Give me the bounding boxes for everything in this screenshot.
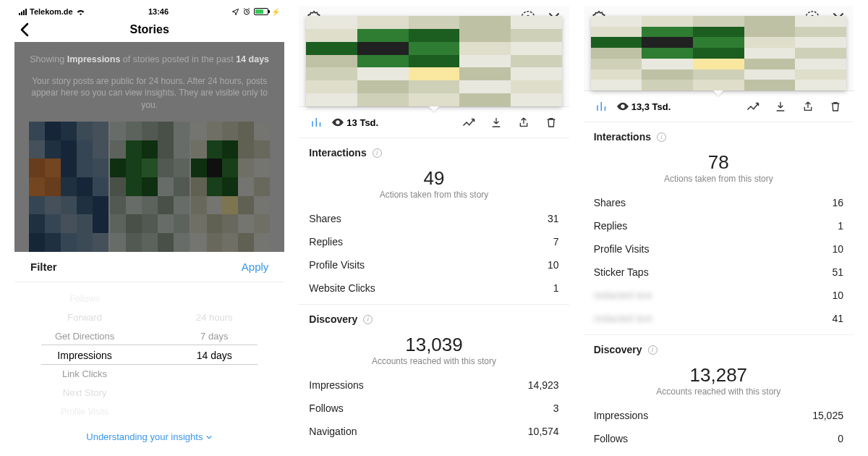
charging-icon: ⚡ xyxy=(271,8,280,16)
delete-button[interactable] xyxy=(827,98,843,114)
interactions-total: 49 xyxy=(299,167,569,190)
nav-header: Stories xyxy=(14,17,284,42)
interactions-rows: Shares31Replies7Profile Visits10Website … xyxy=(299,207,569,300)
story-preview[interactable] xyxy=(306,16,561,106)
bar-chart-icon xyxy=(310,116,323,129)
stat-label: Profile Visits xyxy=(309,259,365,271)
stat-row: Follows3 xyxy=(299,397,569,420)
stat-value: 10 xyxy=(832,243,843,255)
discovery-heading: Discovery i xyxy=(299,305,569,329)
filter-overlay: Showing Impressions of stories posted in… xyxy=(14,42,284,252)
stat-label: Profile Visits xyxy=(594,243,650,255)
interactions-rows: Shares16Replies1Profile Visits10Sticker … xyxy=(584,191,854,284)
view-count[interactable]: 13 Tsd. xyxy=(332,117,378,128)
stat-value: 15,025 xyxy=(812,410,843,421)
stat-value: 10,574 xyxy=(528,426,559,437)
download-icon xyxy=(775,100,786,113)
insights-tab[interactable] xyxy=(594,98,610,114)
story-preview[interactable] xyxy=(591,16,846,90)
download-button[interactable] xyxy=(488,114,504,130)
banner-text: Showing Impressions of stories posted in… xyxy=(29,54,270,67)
story-thumbnails xyxy=(29,122,270,252)
insights-header xyxy=(584,6,854,91)
stat-label: Follows xyxy=(309,402,343,414)
story-thumb[interactable] xyxy=(29,122,109,252)
interactions-heading: Interactions i xyxy=(584,122,854,147)
interactions-blurred-rows: redacted text10redacted text41 xyxy=(584,284,854,330)
apply-button[interactable]: Apply xyxy=(242,261,269,273)
delete-button[interactable] xyxy=(543,114,559,130)
stat-value: 51 xyxy=(832,266,843,278)
discovery-rows: Impressions15,025Follows0 xyxy=(584,404,854,450)
banner-detail: Your story posts are public for 24 hours… xyxy=(29,75,270,111)
stat-row: Profile Visits10 xyxy=(584,237,854,261)
stat-label: Impressions xyxy=(594,410,648,421)
alarm-icon xyxy=(242,7,251,16)
stat-value: 16 xyxy=(832,197,843,208)
stat-row: Shares16 xyxy=(584,191,854,214)
story-thumb[interactable] xyxy=(191,122,271,252)
stat-row: Impressions15,025 xyxy=(584,404,854,427)
share-icon xyxy=(802,100,814,113)
share-button[interactable] xyxy=(800,98,816,114)
info-icon[interactable]: i xyxy=(648,345,658,355)
stat-value: 1 xyxy=(838,220,843,232)
download-icon xyxy=(490,116,502,129)
signal-icon xyxy=(19,9,27,15)
stat-label: redacted text xyxy=(594,290,652,301)
stat-value: 0 xyxy=(838,433,843,444)
stat-row: Navigation10,574 xyxy=(299,420,569,443)
back-button[interactable] xyxy=(20,22,29,37)
picker-highlight xyxy=(41,345,258,365)
insights-panel-b: 13,3 Tsd. Interactions i 78 Actions take… xyxy=(584,6,854,450)
stat-value: 10 xyxy=(832,290,843,301)
stat-label: Impressions xyxy=(309,379,363,391)
clock-label: 13:46 xyxy=(148,7,169,16)
interactions-caption: Actions taken from this story xyxy=(299,190,569,200)
stat-value: 14,923 xyxy=(528,379,559,391)
trend-icon xyxy=(746,101,760,111)
info-icon[interactable]: i xyxy=(363,315,373,324)
share-to-story-button[interactable] xyxy=(461,114,477,130)
location-icon xyxy=(231,8,239,16)
info-icon[interactable]: i xyxy=(373,148,382,158)
story-thumb[interactable] xyxy=(110,122,190,252)
eye-icon xyxy=(617,102,629,111)
stat-value: 1 xyxy=(553,282,559,294)
understanding-insights-link[interactable]: Understanding your insights xyxy=(14,421,284,450)
view-count[interactable]: 13,3 Tsd. xyxy=(617,101,671,112)
share-icon xyxy=(518,116,529,129)
discovery-total: 13,039 xyxy=(299,334,569,356)
stat-value: 10 xyxy=(548,259,559,271)
stat-row: Replies1 xyxy=(584,214,854,237)
chevron-down-icon xyxy=(205,434,213,441)
carrier-label: Telekom.de xyxy=(30,7,73,16)
stat-row: Shares31 xyxy=(299,207,569,230)
page-title: Stories xyxy=(130,23,169,36)
stat-label: Shares xyxy=(594,197,626,208)
download-button[interactable] xyxy=(773,98,788,114)
battery-icon xyxy=(254,8,268,15)
insights-header xyxy=(299,6,569,107)
stat-row: Follows0 xyxy=(584,427,854,450)
stat-label: redacted text xyxy=(594,313,652,324)
stat-label: Sticker Taps xyxy=(594,266,649,278)
discovery-rows: Impressions14,923Follows3Navigation10,57… xyxy=(299,373,569,443)
stat-label: Replies xyxy=(594,220,628,232)
discovery-total: 13,287 xyxy=(584,364,854,387)
stat-row: Impressions14,923 xyxy=(299,373,569,397)
stat-value: 7 xyxy=(553,236,559,248)
info-icon[interactable]: i xyxy=(657,132,666,142)
stat-label: Replies xyxy=(309,236,343,248)
stories-filter-panel: Telekom.de 13:46 ⚡ Stories Showing Impre… xyxy=(14,6,284,450)
share-button[interactable] xyxy=(516,114,532,130)
share-to-story-button[interactable] xyxy=(745,98,761,114)
insights-tab[interactable] xyxy=(309,114,325,130)
filter-picker[interactable]: Follows Forward Get Directions Impressio… xyxy=(14,282,284,421)
stat-label: Website Clicks xyxy=(309,282,375,294)
stat-label: Follows xyxy=(594,433,628,444)
interactions-heading: Interactions i xyxy=(299,138,569,163)
trash-icon xyxy=(830,100,841,113)
filter-label: Filter xyxy=(30,261,57,273)
insights-panel-a: 13 Tsd. Interactions i 49 Actions taken … xyxy=(299,6,569,450)
